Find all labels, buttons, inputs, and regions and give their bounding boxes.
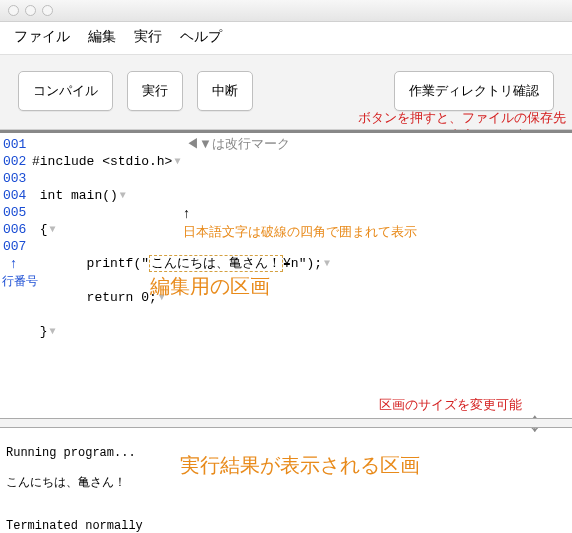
annotation-line-number: 行番号 bbox=[2, 273, 38, 290]
line-number: 004 bbox=[3, 187, 28, 204]
zoom-icon[interactable] bbox=[42, 5, 53, 16]
run-button[interactable]: 実行 bbox=[127, 71, 183, 111]
annotation-output-pane: 実行結果が表示される区画 bbox=[180, 452, 420, 479]
code-text: int main() bbox=[32, 188, 118, 203]
newline-mark-icon: ▼ bbox=[50, 224, 56, 235]
menu-edit[interactable]: 編集 bbox=[88, 28, 116, 46]
newline-mark-icon: ▼ bbox=[50, 326, 56, 337]
annotation-japanese-box: 日本語文字は破線の四角で囲まれて表示 bbox=[183, 223, 417, 241]
newline-mark-icon: ▼ bbox=[174, 156, 180, 167]
menu-help[interactable]: ヘルプ bbox=[180, 28, 222, 46]
newline-mark-icon: ▼ bbox=[324, 258, 330, 269]
minimize-icon[interactable] bbox=[25, 5, 36, 16]
line-number: 006 bbox=[3, 221, 28, 238]
annotation-newline-mark: ◀▼は改行マーク bbox=[186, 135, 290, 153]
line-number: 007 bbox=[3, 238, 28, 255]
code-text: ¥n"); bbox=[283, 256, 322, 271]
arrow-up-icon: ↑ bbox=[10, 255, 17, 271]
output-line: Terminated normally bbox=[6, 519, 566, 533]
workdir-button[interactable]: 作業ディレクトリ確認 bbox=[394, 71, 554, 111]
line-number: 001 bbox=[3, 136, 28, 153]
code-text: return 0; bbox=[32, 290, 157, 305]
close-icon[interactable] bbox=[8, 5, 19, 16]
stop-button[interactable]: 中断 bbox=[197, 71, 253, 111]
line-number: 002 bbox=[3, 153, 28, 170]
code-text: #include <stdio.h> bbox=[32, 154, 172, 169]
code-text: } bbox=[32, 324, 48, 339]
line-number: 003 bbox=[3, 170, 28, 187]
annotation-resize: 区画のサイズを変更可能 bbox=[379, 397, 522, 415]
window-titlebar bbox=[0, 0, 572, 22]
code-text: printf(" bbox=[32, 256, 149, 271]
menu-run[interactable]: 実行 bbox=[134, 28, 162, 46]
code-text: { bbox=[32, 222, 48, 237]
compile-button[interactable]: コンパイル bbox=[18, 71, 113, 111]
arrow-up-icon: ↑ bbox=[183, 205, 190, 221]
pane-splitter[interactable] bbox=[0, 418, 572, 428]
line-number: 005 bbox=[3, 204, 28, 221]
newline-mark-icon: ▼ bbox=[120, 190, 126, 201]
menubar: ファイル 編集 実行 ヘルプ bbox=[0, 22, 572, 55]
japanese-text-box: こんにちは、亀さん！ bbox=[149, 255, 283, 272]
annotation-editor-pane: 編集用の区画 bbox=[150, 273, 270, 300]
editor-pane[interactable]: 001 002 003 004 005 006 007 #include <st… bbox=[0, 130, 572, 418]
menu-file[interactable]: ファイル bbox=[14, 28, 70, 46]
output-pane[interactable]: Running program... こんにちは、亀さん！ Terminated… bbox=[0, 428, 572, 528]
